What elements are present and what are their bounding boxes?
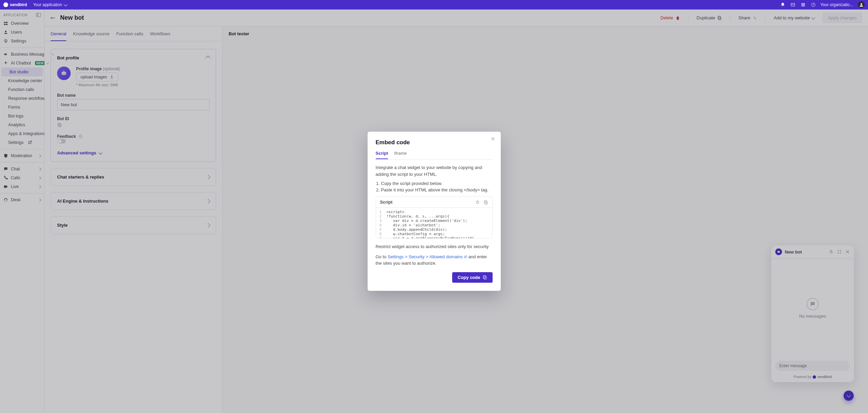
app-name-label: Your application <box>33 2 62 7</box>
code-script-card: Script 1234567 <script> !function(w, d, … <box>376 196 493 239</box>
bell-icon[interactable] <box>780 2 785 7</box>
modal-title: Embed code <box>376 139 493 146</box>
chevron-down-icon <box>64 2 67 6</box>
modal-tabs: Script Iframe <box>376 151 493 159</box>
svg-rect-22 <box>484 201 486 203</box>
refresh-icon[interactable] <box>472 200 480 205</box>
topbar: sendbird Your application ? Your organiz… <box>0 0 868 10</box>
brand-name: sendbird <box>10 2 27 7</box>
svg-rect-23 <box>484 277 486 279</box>
embed-code-modal: Embed code Script Iframe Integrate a cha… <box>368 132 501 291</box>
copy-code-button[interactable]: Copy code <box>452 272 492 283</box>
svg-rect-21 <box>485 201 487 204</box>
step-1: Copy the script provided below. <box>381 181 493 186</box>
svg-rect-24 <box>483 276 485 278</box>
step-2: Paste it into your HTML above the closin… <box>381 187 493 192</box>
restrict-line-2: Go to Settings > Security > Allowed doma… <box>376 254 493 267</box>
org-name[interactable]: Your organizatio... <box>820 2 853 7</box>
modal-steps: Copy the script provided below. Paste it… <box>381 181 493 192</box>
copy-code-label: Copy code <box>458 275 480 280</box>
close-icon[interactable] <box>491 136 495 141</box>
brand-mark-icon <box>3 2 8 7</box>
svg-text:?: ? <box>813 3 814 6</box>
mail-icon[interactable] <box>791 2 795 7</box>
app-switcher[interactable]: Your application <box>33 2 67 7</box>
modal-tab-script[interactable]: Script <box>376 151 388 159</box>
modal-intro: Integrate a chat widget to your website … <box>376 164 493 177</box>
user-avatar[interactable] <box>858 1 865 8</box>
apps-icon[interactable] <box>801 2 805 7</box>
allowed-domains-link[interactable]: Settings > Security > Allowed domains <box>388 254 467 260</box>
modal-backdrop[interactable]: Embed code Script Iframe Integrate a cha… <box>0 10 868 413</box>
help-icon[interactable]: ? <box>811 2 816 7</box>
restrict-text: Restrict widget access to authorized sit… <box>376 243 493 250</box>
brand-logo: sendbird <box>3 2 27 7</box>
copy-icon[interactable] <box>480 200 488 205</box>
topbar-actions: ? <box>780 2 816 7</box>
code-title: Script <box>380 200 472 205</box>
modal-tab-iframe[interactable]: Iframe <box>394 151 407 159</box>
